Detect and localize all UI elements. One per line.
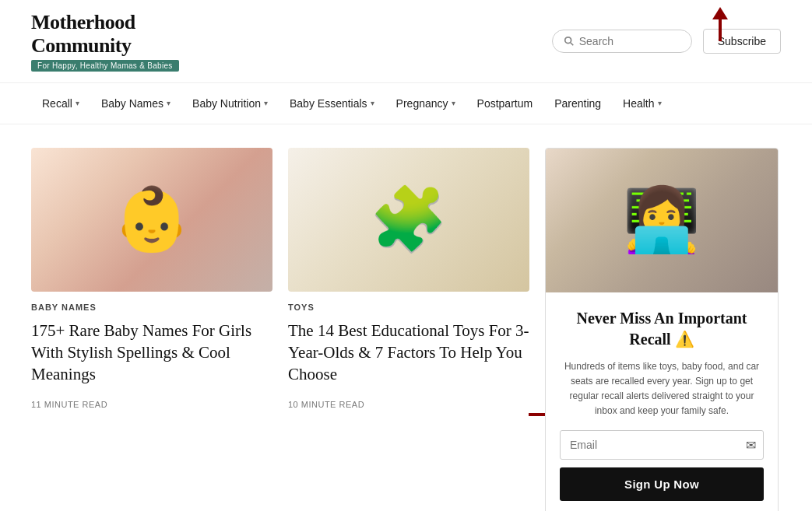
article-card-baby-names[interactable]: BABY NAMES 175+ Rare Baby Names For Girl… xyxy=(31,148,272,511)
search-box[interactable] xyxy=(552,30,692,53)
nav-item-pregnancy[interactable]: Pregnancy ▾ xyxy=(385,83,466,124)
article-image-toys xyxy=(288,148,529,292)
recall-title: Never Miss An Important Recall ⚠️ xyxy=(560,308,764,350)
email-input[interactable] xyxy=(560,430,764,460)
header: MotherhoodCommunity For Happy, Healthy M… xyxy=(0,0,812,83)
article-read-time: 11 MINUTE READ xyxy=(31,400,107,409)
chevron-down-icon: ▾ xyxy=(264,99,268,107)
chevron-down-icon: ▾ xyxy=(371,99,374,107)
search-icon xyxy=(564,36,575,47)
logo[interactable]: MotherhoodCommunity For Happy, Healthy M… xyxy=(31,11,179,72)
navigation: Recall ▾ Baby Names ▾ Baby Nutrition ▾ B… xyxy=(0,83,812,124)
search-input[interactable] xyxy=(579,35,680,47)
email-row: ✉ xyxy=(560,430,764,460)
chevron-down-icon: ▾ xyxy=(452,99,455,107)
nav-item-health[interactable]: Health ▾ xyxy=(612,83,672,124)
chevron-down-icon: ▾ xyxy=(167,99,170,107)
header-right: Subscribe xyxy=(552,29,781,54)
article-card-toys[interactable]: TOYS The 14 Best Educational Toys For 3-… xyxy=(288,148,529,511)
recall-description: Hundreds of items like toys, baby food, … xyxy=(560,359,764,419)
nav-item-baby-essentials[interactable]: Baby Essentials ▾ xyxy=(279,83,385,124)
recall-image xyxy=(546,149,778,292)
email-icon: ✉ xyxy=(746,437,756,452)
nav-item-parenting[interactable]: Parenting xyxy=(543,83,612,124)
arrow-annotation xyxy=(712,7,728,41)
nav-item-baby-names[interactable]: Baby Names ▾ xyxy=(90,83,181,124)
svg-line-1 xyxy=(570,43,573,46)
site-tagline: For Happy, Healthy Mamas & Babies xyxy=(31,60,179,72)
svg-point-0 xyxy=(564,37,571,44)
article-title: 175+ Rare Baby Names For Girls With Styl… xyxy=(31,320,272,386)
recall-content: Never Miss An Important Recall ⚠️ Hundre… xyxy=(546,292,778,511)
nav-item-baby-nutrition[interactable]: Baby Nutrition ▾ xyxy=(181,83,279,124)
recall-signup-box: Never Miss An Important Recall ⚠️ Hundre… xyxy=(545,148,779,511)
chevron-down-icon: ▾ xyxy=(76,99,79,107)
article-title: The 14 Best Educational Toys For 3-Year-… xyxy=(288,320,529,386)
signup-button[interactable]: Sign Up Now xyxy=(560,467,764,501)
arrow-shaft xyxy=(719,19,722,41)
chevron-down-icon: ▾ xyxy=(658,99,662,107)
article-category: TOYS xyxy=(288,303,529,312)
arrow-up-icon xyxy=(712,7,728,19)
article-read-time: 10 MINUTE READ xyxy=(288,400,364,409)
main-content: BABY NAMES 175+ Rare Baby Names For Girl… xyxy=(0,124,812,511)
nav-item-postpartum[interactable]: Postpartum xyxy=(466,83,544,124)
nav-item-recall[interactable]: Recall ▾ xyxy=(31,83,90,124)
site-name: MotherhoodCommunity xyxy=(31,11,179,58)
article-image-baby xyxy=(31,148,272,292)
article-category: BABY NAMES xyxy=(31,303,272,312)
